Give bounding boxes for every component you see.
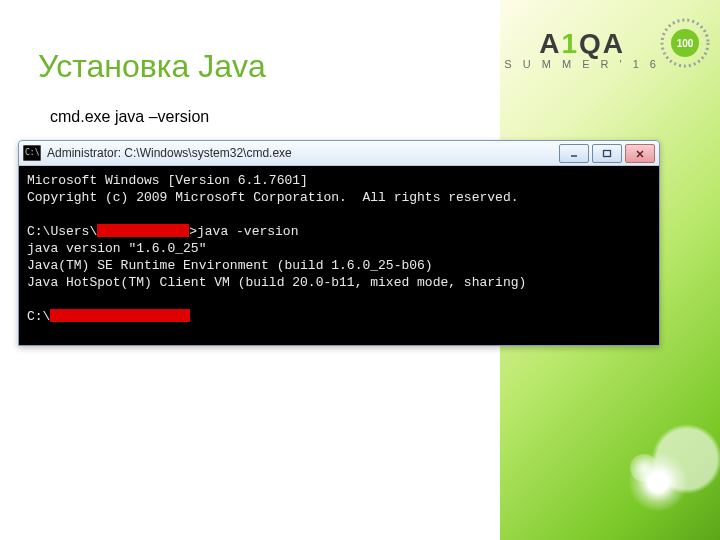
- cmd-icon: [23, 145, 41, 161]
- maximize-button[interactable]: [592, 144, 622, 163]
- command-text: cmd.exe java –version: [50, 108, 209, 126]
- redacted-block: [50, 309, 190, 322]
- terminal-body: Microsoft Windows [Version 6.1.7601] Cop…: [19, 166, 659, 345]
- cmd-window-title: Administrator: C:\Windows\system32\cmd.e…: [47, 146, 292, 160]
- logo-letter: A: [539, 28, 561, 59]
- svg-rect-4: [604, 150, 611, 156]
- svg-text:100: 100: [677, 38, 694, 49]
- terminal-line: C:\Users\>java -version: [27, 223, 651, 240]
- logo-subtitle: S U M M E R ' 1 6: [504, 58, 660, 70]
- terminal-line: Java HotSpot(TM) Client VM (build 20.0-b…: [27, 274, 651, 291]
- close-button[interactable]: [625, 144, 655, 163]
- slide-title: Установка Java: [38, 48, 266, 85]
- terminal-line: Microsoft Windows [Version 6.1.7601]: [27, 172, 651, 189]
- cmd-titlebar: Administrator: C:\Windows\system32\cmd.e…: [19, 141, 659, 166]
- cmd-window: Administrator: C:\Windows\system32\cmd.e…: [18, 140, 660, 346]
- terminal-line: Copyright (c) 2009 Microsoft Corporation…: [27, 189, 651, 206]
- redacted-block: [97, 224, 189, 237]
- terminal-line: [27, 291, 651, 308]
- window-buttons: [559, 144, 655, 163]
- terminal-line: [27, 206, 651, 223]
- badge-icon: 100: [660, 18, 710, 68]
- terminal-line: C:\: [27, 308, 651, 325]
- brand-logo: A1QA S U M M E R ' 1 6: [504, 28, 660, 70]
- terminal-line: Java(TM) SE Runtime Environment (build 1…: [27, 257, 651, 274]
- logo-number: 1: [561, 28, 579, 59]
- logo-tail: QA: [579, 28, 625, 59]
- terminal-line: java version "1.6.0_25": [27, 240, 651, 257]
- minimize-button[interactable]: [559, 144, 589, 163]
